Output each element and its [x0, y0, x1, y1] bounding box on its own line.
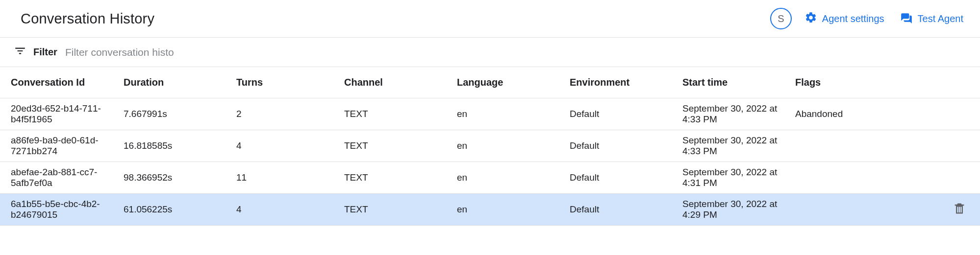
avatar[interactable]: S: [770, 8, 792, 29]
cell-turns: 2: [226, 98, 333, 130]
cell-actions: [942, 194, 980, 226]
cell-language: en: [446, 162, 559, 194]
filter-label: Filter: [33, 46, 57, 58]
cell-channel: TEXT: [333, 162, 446, 194]
cell-language: en: [446, 98, 559, 130]
agent-settings-label: Agent settings: [822, 13, 884, 24]
gear-icon: [804, 11, 817, 26]
header-actions: S Agent settings Test Agent: [770, 8, 966, 29]
chat-icon: [900, 11, 913, 26]
cell-duration: 61.056225s: [113, 194, 226, 226]
cell-conversation-id: abefae-2ab-881-cc7-5afb7ef0a: [0, 162, 113, 194]
cell-channel: TEXT: [333, 98, 446, 130]
cell-flags: [784, 194, 942, 226]
avatar-letter: S: [778, 13, 784, 24]
agent-settings-button[interactable]: Agent settings: [802, 9, 887, 28]
page-title: Conversation History: [21, 11, 154, 27]
cell-duration: 7.667991s: [113, 98, 226, 130]
cell-duration: 16.818585s: [113, 130, 226, 162]
cell-start-time: September 30, 2022 at 4:33 PM: [672, 130, 784, 162]
conversation-table: Conversation Id Duration Turns Channel L…: [0, 67, 980, 226]
cell-conversation-id: 6a1b55-b5e-cbc-4b2-b24679015: [0, 194, 113, 226]
table-row[interactable]: a86fe9-ba9-de0-61d-7271bb27416.818585s4T…: [0, 130, 980, 162]
col-header-id[interactable]: Conversation Id: [0, 67, 113, 98]
cell-language: en: [446, 194, 559, 226]
cell-channel: TEXT: [333, 130, 446, 162]
cell-start-time: September 30, 2022 at 4:31 PM: [672, 162, 784, 194]
cell-conversation-id: a86fe9-ba9-de0-61d-7271bb274: [0, 130, 113, 162]
cell-channel: TEXT: [333, 194, 446, 226]
trash-icon: [953, 202, 966, 215]
col-header-start[interactable]: Start time: [672, 67, 784, 98]
test-agent-label: Test Agent: [918, 13, 963, 24]
cell-turns: 4: [226, 130, 333, 162]
cell-flags: Abandoned: [784, 98, 942, 130]
cell-flags: [784, 130, 942, 162]
cell-conversation-id: 20ed3d-652-b14-711-b4f5f1965: [0, 98, 113, 130]
cell-start-time: September 30, 2022 at 4:33 PM: [672, 98, 784, 130]
cell-environment: Default: [559, 130, 672, 162]
col-header-environment[interactable]: Environment: [559, 67, 672, 98]
cell-environment: Default: [559, 162, 672, 194]
table-row[interactable]: abefae-2ab-881-cc7-5afb7ef0a98.366952s11…: [0, 162, 980, 194]
filter-input[interactable]: [65, 46, 193, 58]
col-header-flags[interactable]: Flags: [784, 67, 942, 98]
delete-button[interactable]: [953, 207, 966, 217]
col-header-turns[interactable]: Turns: [226, 67, 333, 98]
table-header-row: Conversation Id Duration Turns Channel L…: [0, 67, 980, 98]
cell-start-time: September 30, 2022 at 4:29 PM: [672, 194, 784, 226]
filter-icon: [14, 45, 26, 60]
cell-language: en: [446, 130, 559, 162]
col-header-duration[interactable]: Duration: [113, 67, 226, 98]
filter-bar: Filter: [0, 38, 980, 67]
page-header: Conversation History S Agent settings Te…: [0, 0, 980, 38]
cell-environment: Default: [559, 98, 672, 130]
filter-toggle[interactable]: Filter: [14, 45, 57, 60]
cell-flags: [784, 162, 942, 194]
cell-turns: 4: [226, 194, 333, 226]
cell-actions: [942, 98, 980, 130]
cell-duration: 98.366952s: [113, 162, 226, 194]
test-agent-button[interactable]: Test Agent: [897, 9, 966, 28]
col-header-language[interactable]: Language: [446, 67, 559, 98]
cell-actions: [942, 130, 980, 162]
table-row[interactable]: 20ed3d-652-b14-711-b4f5f19657.667991s2TE…: [0, 98, 980, 130]
table-row[interactable]: 6a1b55-b5e-cbc-4b2-b2467901561.056225s4T…: [0, 194, 980, 226]
cell-environment: Default: [559, 194, 672, 226]
col-header-channel[interactable]: Channel: [333, 67, 446, 98]
cell-turns: 11: [226, 162, 333, 194]
cell-actions: [942, 162, 980, 194]
col-header-actions: [942, 67, 980, 98]
